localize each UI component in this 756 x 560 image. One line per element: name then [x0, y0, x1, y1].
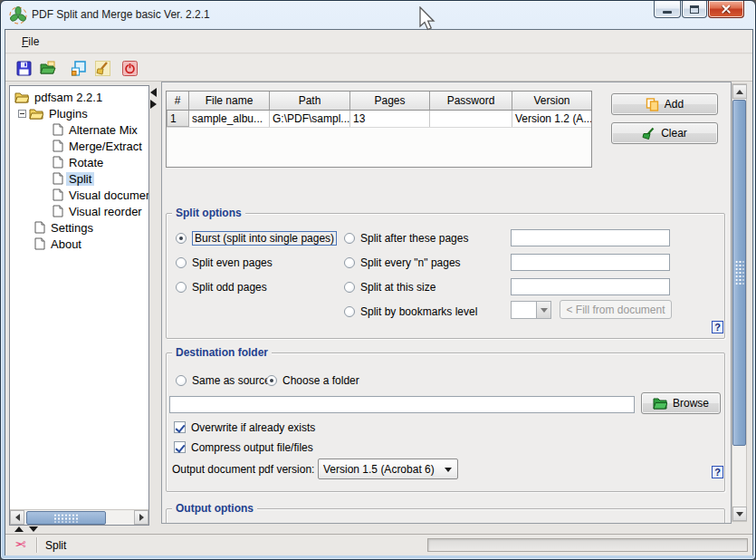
tree-item-rotate[interactable]: Rotate: [10, 154, 148, 170]
destination-folder-input[interactable]: [169, 396, 635, 413]
main-vertical-scrollbar[interactable]: [732, 83, 747, 522]
tree-item-plugins[interactable]: Plugins: [10, 105, 148, 121]
tree-item-split[interactable]: Split: [10, 170, 148, 187]
tree-item-root[interactable]: pdfsam 2.2.1: [10, 89, 148, 105]
radio-icon: [344, 306, 355, 317]
document-icon: [53, 188, 63, 201]
window-title: PDF Split and Merge basic Ver. 2.2.1: [32, 8, 210, 21]
collapse-icon[interactable]: [18, 110, 26, 118]
horizontal-scroll-thumb[interactable]: [26, 511, 106, 525]
pdf-version-combo[interactable]: Version 1.5 (Acrobat 6): [318, 459, 458, 479]
split-odd-radio[interactable]: Split odd pages: [176, 280, 267, 294]
scroll-right-button[interactable]: [134, 510, 148, 525]
destination-help-icon[interactable]: ?: [712, 466, 723, 478]
split-options-group: Split options Burst (split into single p…: [166, 213, 725, 339]
clear-brush-icon: [95, 61, 110, 76]
maximize-button[interactable]: [682, 1, 707, 18]
title-bar[interactable]: PDF Split and Merge basic Ver. 2.2.1: [1, 1, 755, 29]
bookmarks-level-combo[interactable]: [511, 301, 551, 319]
clear-button[interactable]: Clear: [611, 122, 718, 144]
open-environment-button[interactable]: [39, 59, 57, 77]
split-plugin-panel: # File name Path Pages Password Version …: [161, 82, 732, 524]
progress-bar: [427, 538, 748, 552]
export-environment-button[interactable]: [69, 59, 87, 77]
divider-collapse-left-icon[interactable]: [150, 88, 157, 97]
add-button-label: Add: [665, 98, 684, 111]
browse-folder-icon: [653, 397, 667, 410]
overwrite-checkbox[interactable]: Overwrite if already exists: [174, 420, 315, 434]
status-bar: ✂ Split: [5, 534, 752, 555]
tree-item-visual-document[interactable]: Visual document: [10, 187, 148, 203]
clear-button-label: Clear: [661, 127, 687, 140]
split-every-n-input[interactable]: [511, 254, 670, 271]
status-separator: [36, 537, 37, 553]
bookmarks-level-value: [511, 301, 536, 319]
checkbox-checked-icon: [174, 421, 186, 433]
split-every-radio[interactable]: Split every "n" pages: [344, 256, 461, 270]
table-header: # File name Path Pages Password Version: [167, 92, 591, 111]
add-button[interactable]: Add: [611, 93, 718, 115]
column-header-path[interactable]: Path: [270, 92, 350, 111]
minimize-button[interactable]: [654, 1, 681, 18]
pdfsam-logo-icon: [9, 6, 27, 24]
output-options-group: Output options: [166, 508, 725, 524]
column-header-filename[interactable]: File name: [189, 92, 270, 111]
pdf-version-value: Version 1.5 (Acrobat 6): [323, 463, 435, 476]
exit-button[interactable]: [120, 59, 139, 77]
document-icon: [53, 172, 63, 185]
vertical-scroll-thumb[interactable]: [732, 100, 746, 446]
checkbox-checked-icon: [174, 441, 186, 453]
maximize-icon: [690, 5, 699, 14]
radio-icon: [176, 375, 187, 386]
combo-arrow[interactable]: [536, 301, 551, 319]
split-bookmarks-radio[interactable]: Split by bookmarks level: [344, 304, 477, 319]
divider-expand-right-icon[interactable]: [150, 100, 157, 109]
exit-power-icon: [122, 61, 138, 76]
column-header-version[interactable]: Version: [512, 92, 591, 111]
filename-cell: sample_albu...: [189, 111, 270, 127]
tree-item-settings[interactable]: Settings: [10, 219, 148, 236]
scroll-left-button[interactable]: [10, 510, 24, 525]
menu-file[interactable]: File: [17, 34, 43, 50]
fill-from-document-button[interactable]: < Fill from document: [560, 300, 672, 319]
clear-toolbar-button[interactable]: [93, 59, 111, 77]
split-after-radio[interactable]: Split after these pages: [344, 231, 468, 246]
column-header-index[interactable]: #: [167, 92, 189, 111]
save-environment-button[interactable]: [14, 59, 33, 77]
choose-folder-radio[interactable]: Choose a folder: [266, 373, 359, 388]
tree-horizontal-scrollbar[interactable]: [10, 509, 148, 525]
document-icon: [34, 237, 45, 250]
split-help-icon[interactable]: ?: [712, 321, 723, 333]
selected-files-table: # File name Path Pages Password Version …: [166, 91, 592, 168]
column-header-password[interactable]: Password: [430, 92, 512, 111]
close-icon: [721, 4, 732, 14]
close-button[interactable]: [708, 1, 744, 18]
radio-selected-icon: [176, 233, 187, 244]
splitter-collapse-up-icon[interactable]: [14, 526, 24, 532]
split-after-pages-input[interactable]: [511, 229, 670, 246]
split-even-radio[interactable]: Split even pages: [176, 256, 273, 270]
browse-button[interactable]: Browse: [641, 392, 721, 414]
plugin-tree: pdfsam 2.2.1 Plugins Alternate Mix: [10, 86, 148, 509]
folder-icon: [14, 92, 29, 103]
splitter-expand-down-icon[interactable]: [29, 526, 38, 532]
scroll-up-button[interactable]: [732, 84, 747, 99]
tree-item-about[interactable]: About: [10, 236, 148, 252]
scroll-down-button[interactable]: [732, 507, 747, 521]
split-size-input[interactable]: [511, 278, 670, 295]
tree-item-merge-extract[interactable]: Merge/Extract: [10, 138, 148, 154]
tree-item-visual-reorder[interactable]: Visual reorder: [10, 203, 148, 219]
burst-radio[interactable]: Burst (split into single pages): [176, 231, 337, 246]
folder-icon: [29, 108, 43, 120]
column-header-pages[interactable]: Pages: [350, 92, 430, 111]
tree-item-alternate-mix[interactable]: Alternate Mix: [10, 121, 148, 138]
arrow-left-icon: [15, 514, 20, 521]
destination-folder-group: Destination folder Same as source Choose…: [166, 352, 725, 492]
split-options-title: Split options: [172, 207, 245, 219]
document-icon: [53, 205, 63, 217]
compress-checkbox[interactable]: Compress output file/files: [174, 440, 313, 454]
split-size-radio[interactable]: Split at this size: [344, 280, 435, 294]
pdf-version-label: Output document pdf version:: [172, 463, 314, 476]
same-as-source-radio[interactable]: Same as source: [176, 373, 271, 388]
table-row[interactable]: 1 sample_albu... G:\PDF\sampl... 13 Vers…: [167, 111, 591, 128]
